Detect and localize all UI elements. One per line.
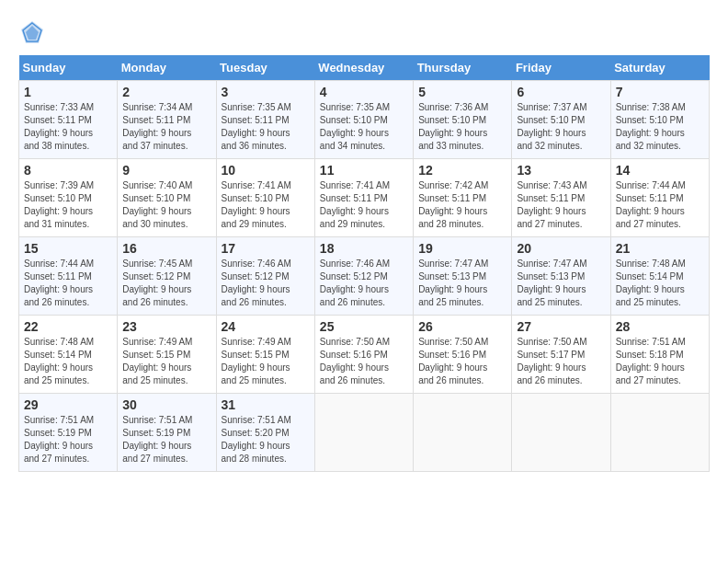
day-number: 12 bbox=[418, 163, 506, 178]
day-info: Sunrise: 7:50 AM Sunset: 5:16 PM Dayligh… bbox=[320, 336, 408, 387]
logo-icon bbox=[18, 18, 46, 46]
day-number: 9 bbox=[122, 163, 210, 178]
calendar-cell: 18Sunrise: 7:46 AM Sunset: 5:12 PM Dayli… bbox=[314, 237, 413, 316]
calendar-cell: 9Sunrise: 7:40 AM Sunset: 5:10 PM Daylig… bbox=[118, 159, 216, 237]
calendar-cell: 14Sunrise: 7:44 AM Sunset: 5:11 PM Dayli… bbox=[610, 159, 709, 237]
day-number: 6 bbox=[517, 85, 605, 99]
day-of-week-header: Wednesday bbox=[314, 55, 413, 81]
day-info: Sunrise: 7:34 AM Sunset: 5:11 PM Dayligh… bbox=[122, 101, 210, 153]
day-info: Sunrise: 7:35 AM Sunset: 5:11 PM Dayligh… bbox=[222, 101, 310, 153]
day-info: Sunrise: 7:42 AM Sunset: 5:11 PM Dayligh… bbox=[418, 179, 506, 231]
day-number: 23 bbox=[122, 319, 210, 334]
calendar-cell: 5Sunrise: 7:36 AM Sunset: 5:10 PM Daylig… bbox=[414, 81, 512, 159]
calendar-cell: 6Sunrise: 7:37 AM Sunset: 5:10 PM Daylig… bbox=[512, 81, 610, 159]
day-info: Sunrise: 7:49 AM Sunset: 5:15 PM Dayligh… bbox=[122, 336, 210, 387]
calendar-cell: 3Sunrise: 7:35 AM Sunset: 5:11 PM Daylig… bbox=[216, 81, 314, 159]
day-info: Sunrise: 7:49 AM Sunset: 5:15 PM Dayligh… bbox=[222, 336, 310, 387]
day-info: Sunrise: 7:48 AM Sunset: 5:14 PM Dayligh… bbox=[24, 336, 112, 387]
day-info: Sunrise: 7:45 AM Sunset: 5:12 PM Dayligh… bbox=[122, 258, 210, 309]
day-number: 15 bbox=[24, 241, 112, 256]
calendar-cell: 10Sunrise: 7:41 AM Sunset: 5:10 PM Dayli… bbox=[216, 159, 314, 237]
day-number: 30 bbox=[122, 397, 210, 412]
day-number: 2 bbox=[122, 85, 210, 99]
calendar-cell: 24Sunrise: 7:49 AM Sunset: 5:15 PM Dayli… bbox=[216, 316, 314, 394]
day-info: Sunrise: 7:41 AM Sunset: 5:10 PM Dayligh… bbox=[222, 179, 310, 231]
calendar-cell: 26Sunrise: 7:50 AM Sunset: 5:16 PM Dayli… bbox=[414, 316, 512, 394]
day-of-week-header: Saturday bbox=[610, 55, 709, 81]
calendar-cell: 17Sunrise: 7:46 AM Sunset: 5:12 PM Dayli… bbox=[216, 237, 314, 316]
calendar-cell: 23Sunrise: 7:49 AM Sunset: 5:15 PM Dayli… bbox=[118, 316, 216, 394]
day-number: 28 bbox=[616, 319, 704, 334]
day-info: Sunrise: 7:38 AM Sunset: 5:10 PM Dayligh… bbox=[616, 101, 704, 153]
day-number: 5 bbox=[418, 85, 506, 99]
day-info: Sunrise: 7:48 AM Sunset: 5:14 PM Dayligh… bbox=[616, 258, 704, 309]
calendar-week-row: 29Sunrise: 7:51 AM Sunset: 5:19 PM Dayli… bbox=[19, 394, 710, 472]
calendar-cell: 22Sunrise: 7:48 AM Sunset: 5:14 PM Dayli… bbox=[19, 316, 118, 394]
calendar-cell: 16Sunrise: 7:45 AM Sunset: 5:12 PM Dayli… bbox=[118, 237, 216, 316]
day-info: Sunrise: 7:47 AM Sunset: 5:13 PM Dayligh… bbox=[418, 258, 506, 309]
day-number: 7 bbox=[616, 85, 704, 99]
calendar-cell: 12Sunrise: 7:42 AM Sunset: 5:11 PM Dayli… bbox=[414, 159, 512, 237]
day-info: Sunrise: 7:44 AM Sunset: 5:11 PM Dayligh… bbox=[24, 258, 112, 309]
calendar-cell: 15Sunrise: 7:44 AM Sunset: 5:11 PM Dayli… bbox=[19, 237, 118, 316]
day-info: Sunrise: 7:46 AM Sunset: 5:12 PM Dayligh… bbox=[222, 258, 310, 309]
day-of-week-header: Tuesday bbox=[216, 55, 314, 81]
day-info: Sunrise: 7:41 AM Sunset: 5:11 PM Dayligh… bbox=[320, 179, 408, 231]
day-info: Sunrise: 7:35 AM Sunset: 5:10 PM Dayligh… bbox=[320, 101, 408, 153]
calendar-cell: 28Sunrise: 7:51 AM Sunset: 5:18 PM Dayli… bbox=[610, 316, 709, 394]
day-number: 26 bbox=[418, 319, 506, 334]
calendar-cell: 25Sunrise: 7:50 AM Sunset: 5:16 PM Dayli… bbox=[314, 316, 413, 394]
calendar-cell bbox=[314, 394, 413, 472]
calendar-week-row: 8Sunrise: 7:39 AM Sunset: 5:10 PM Daylig… bbox=[19, 159, 710, 237]
day-number: 31 bbox=[222, 397, 310, 412]
day-number: 11 bbox=[320, 163, 408, 178]
day-info: Sunrise: 7:40 AM Sunset: 5:10 PM Dayligh… bbox=[122, 179, 210, 231]
calendar-week-row: 15Sunrise: 7:44 AM Sunset: 5:11 PM Dayli… bbox=[19, 237, 710, 316]
day-number: 27 bbox=[517, 319, 605, 334]
calendar-cell: 4Sunrise: 7:35 AM Sunset: 5:10 PM Daylig… bbox=[314, 81, 413, 159]
calendar-cell: 30Sunrise: 7:51 AM Sunset: 5:19 PM Dayli… bbox=[118, 394, 216, 472]
calendar-cell: 1Sunrise: 7:33 AM Sunset: 5:11 PM Daylig… bbox=[19, 81, 118, 159]
calendar-cell bbox=[512, 394, 610, 472]
day-info: Sunrise: 7:39 AM Sunset: 5:10 PM Dayligh… bbox=[24, 179, 112, 231]
day-number: 13 bbox=[517, 163, 605, 178]
day-number: 14 bbox=[616, 163, 704, 178]
day-number: 25 bbox=[320, 319, 408, 334]
day-number: 29 bbox=[24, 397, 112, 412]
page-header bbox=[18, 18, 710, 46]
calendar-cell: 2Sunrise: 7:34 AM Sunset: 5:11 PM Daylig… bbox=[118, 81, 216, 159]
calendar-cell: 20Sunrise: 7:47 AM Sunset: 5:13 PM Dayli… bbox=[512, 237, 610, 316]
day-info: Sunrise: 7:44 AM Sunset: 5:11 PM Dayligh… bbox=[616, 179, 704, 231]
day-number: 8 bbox=[24, 163, 112, 178]
day-number: 20 bbox=[517, 241, 605, 256]
calendar-week-row: 1Sunrise: 7:33 AM Sunset: 5:11 PM Daylig… bbox=[19, 81, 710, 159]
calendar-cell: 21Sunrise: 7:48 AM Sunset: 5:14 PM Dayli… bbox=[610, 237, 709, 316]
logo bbox=[18, 18, 50, 46]
day-info: Sunrise: 7:51 AM Sunset: 5:18 PM Dayligh… bbox=[616, 336, 704, 387]
day-number: 4 bbox=[320, 85, 408, 99]
day-info: Sunrise: 7:50 AM Sunset: 5:16 PM Dayligh… bbox=[418, 336, 506, 387]
calendar-table: SundayMondayTuesdayWednesdayThursdayFrid… bbox=[18, 55, 710, 472]
day-info: Sunrise: 7:50 AM Sunset: 5:17 PM Dayligh… bbox=[517, 336, 605, 387]
calendar-cell: 11Sunrise: 7:41 AM Sunset: 5:11 PM Dayli… bbox=[314, 159, 413, 237]
day-info: Sunrise: 7:43 AM Sunset: 5:11 PM Dayligh… bbox=[517, 179, 605, 231]
calendar-cell: 27Sunrise: 7:50 AM Sunset: 5:17 PM Dayli… bbox=[512, 316, 610, 394]
day-of-week-header: Friday bbox=[512, 55, 610, 81]
day-info: Sunrise: 7:47 AM Sunset: 5:13 PM Dayligh… bbox=[517, 258, 605, 309]
day-info: Sunrise: 7:37 AM Sunset: 5:10 PM Dayligh… bbox=[517, 101, 605, 153]
day-number: 19 bbox=[418, 241, 506, 256]
calendar-cell: 19Sunrise: 7:47 AM Sunset: 5:13 PM Dayli… bbox=[414, 237, 512, 316]
day-info: Sunrise: 7:51 AM Sunset: 5:19 PM Dayligh… bbox=[24, 414, 112, 465]
day-of-week-header: Sunday bbox=[19, 55, 118, 81]
day-number: 17 bbox=[222, 241, 310, 256]
day-number: 16 bbox=[122, 241, 210, 256]
calendar-cell bbox=[414, 394, 512, 472]
calendar-cell: 13Sunrise: 7:43 AM Sunset: 5:11 PM Dayli… bbox=[512, 159, 610, 237]
day-info: Sunrise: 7:46 AM Sunset: 5:12 PM Dayligh… bbox=[320, 258, 408, 309]
day-number: 10 bbox=[222, 163, 310, 178]
day-number: 18 bbox=[320, 241, 408, 256]
day-number: 1 bbox=[24, 85, 112, 99]
calendar-cell bbox=[610, 394, 709, 472]
day-number: 21 bbox=[616, 241, 704, 256]
calendar-cell: 29Sunrise: 7:51 AM Sunset: 5:19 PM Dayli… bbox=[19, 394, 118, 472]
